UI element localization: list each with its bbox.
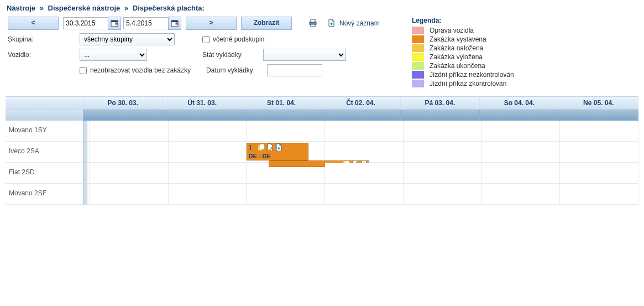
unload-country-select[interactable] bbox=[263, 49, 346, 61]
order-index: 1 bbox=[248, 144, 252, 151]
planner-row: Fiat 2SD bbox=[6, 163, 638, 184]
prev-button[interactable]: < bbox=[8, 17, 59, 30]
date-from-picker[interactable] bbox=[108, 17, 121, 30]
doc-icon[interactable] bbox=[275, 143, 282, 151]
date-from-input[interactable] bbox=[63, 17, 108, 29]
planner-grid: Po 30. 03.Út 31. 03.St 01. 04.Čt 02. 04.… bbox=[6, 96, 638, 205]
day-cell[interactable] bbox=[169, 184, 247, 205]
day-cell[interactable] bbox=[560, 163, 638, 184]
legend-item: Oprava vozidla bbox=[412, 27, 514, 34]
legend-label: Jízdní příkaz zkontrolován bbox=[430, 80, 506, 87]
new-record-link[interactable]: Nový záznam bbox=[327, 19, 380, 28]
hide-empty-label: nezobrazovat vozidla bez zakázky bbox=[90, 66, 191, 74]
vehicle-label: Vozidlo: bbox=[6, 51, 80, 59]
day-cell[interactable] bbox=[404, 121, 482, 142]
next-button[interactable]: > bbox=[186, 17, 237, 30]
vehicle-select[interactable]: ... bbox=[80, 49, 147, 61]
legend-swatch bbox=[412, 35, 424, 43]
legend-item: Jízdní příkaz zkontrolován bbox=[412, 80, 514, 87]
order-route: DE - DE bbox=[248, 153, 270, 159]
day-cell[interactable] bbox=[325, 163, 404, 184]
print-button[interactable] bbox=[308, 19, 317, 28]
legend-item: Jízdní příkaz nezkontrolován bbox=[412, 71, 514, 79]
day-cell[interactable]: 1DE - DE bbox=[247, 142, 325, 163]
day-cell[interactable] bbox=[560, 121, 638, 142]
crumb-dispatch-tools[interactable]: Dispečerské nástroje bbox=[48, 4, 121, 12]
vehicle-cell: Movano 2SF bbox=[6, 184, 90, 205]
day-cell[interactable] bbox=[325, 142, 404, 163]
day-header: Čt 02. 04. bbox=[321, 96, 400, 110]
show-button[interactable]: Zobrazit bbox=[241, 17, 292, 30]
calendar-icon bbox=[111, 19, 118, 27]
day-cell[interactable] bbox=[247, 121, 325, 142]
hide-empty-checkbox[interactable] bbox=[80, 67, 87, 74]
day-cell[interactable] bbox=[404, 184, 482, 205]
planner-row: Iveco 2SA1DE - DE bbox=[6, 142, 638, 163]
planner-row: Movano 1SY bbox=[6, 121, 638, 142]
group-label: Skupina: bbox=[6, 35, 80, 43]
legend-item: Zakázka ukončena bbox=[412, 62, 514, 70]
day-cell[interactable] bbox=[482, 121, 561, 142]
day-cell[interactable] bbox=[482, 142, 561, 163]
day-cell[interactable] bbox=[404, 163, 482, 184]
new-record-label: Nový záznam bbox=[339, 19, 380, 27]
unload-date-input[interactable] bbox=[267, 64, 322, 76]
crumb-tools[interactable]: Nástroje bbox=[7, 4, 35, 12]
day-header: St 01. 04. bbox=[242, 96, 321, 110]
order-bar[interactable]: 1DE - DE bbox=[247, 143, 308, 160]
day-cell[interactable] bbox=[404, 142, 482, 163]
legend-label: Zakázka vystavena bbox=[430, 35, 486, 43]
date-to-input[interactable] bbox=[123, 17, 169, 29]
day-cell[interactable] bbox=[247, 163, 325, 184]
day-cell[interactable] bbox=[560, 184, 638, 205]
day-cell[interactable] bbox=[169, 121, 247, 142]
legend-swatch bbox=[412, 62, 424, 70]
legend-item: Zakázka vyložena bbox=[412, 53, 514, 61]
legend-swatch bbox=[412, 71, 424, 79]
legend-swatch bbox=[412, 44, 424, 52]
new-doc-icon bbox=[327, 19, 336, 28]
header-vehicle-col bbox=[6, 96, 83, 110]
unload-country-label: Stát vykládky bbox=[202, 51, 263, 59]
day-cell[interactable] bbox=[169, 142, 247, 163]
include-subgroups-label: včetně podskupin bbox=[213, 35, 264, 43]
planner-row: Movano 2SF bbox=[6, 184, 638, 205]
day-header: Ne 05. 04. bbox=[559, 96, 638, 110]
legend-label: Jízdní příkaz nezkontrolován bbox=[430, 71, 514, 79]
legend-label: Oprava vozidla bbox=[430, 27, 474, 34]
day-cell[interactable] bbox=[325, 121, 404, 142]
crumb-current: Dispečerská plachta: bbox=[133, 4, 205, 12]
breadcrumb: Nástroje » Dispečerské nástroje » Dispeč… bbox=[6, 3, 644, 17]
unload-date-label: Datum vykládky bbox=[206, 66, 267, 74]
legend-swatch bbox=[412, 27, 424, 34]
day-cell[interactable] bbox=[90, 184, 169, 205]
legend-item: Zakázka vystavena bbox=[412, 35, 514, 43]
day-cell[interactable] bbox=[482, 184, 561, 205]
legend-label: Zakázka naložena bbox=[430, 44, 483, 52]
include-subgroups-checkbox[interactable] bbox=[202, 36, 210, 43]
day-cell[interactable] bbox=[560, 142, 638, 163]
day-header: Út 31. 03. bbox=[163, 96, 242, 110]
day-header: So 04. 04. bbox=[480, 96, 559, 110]
day-cell[interactable] bbox=[90, 163, 169, 184]
legend-swatch bbox=[412, 53, 424, 61]
day-cell[interactable] bbox=[169, 163, 247, 184]
day-header: Pá 03. 04. bbox=[401, 96, 480, 110]
vehicle-cell: Movano 1SY bbox=[6, 121, 90, 142]
day-cell[interactable] bbox=[325, 184, 404, 205]
legend-item: Zakázka naložena bbox=[412, 44, 514, 52]
group-select[interactable]: všechny skupiny bbox=[80, 33, 175, 45]
legend-label: Zakázka ukončena bbox=[430, 62, 485, 70]
legend-label: Zakázka vyložena bbox=[430, 53, 483, 61]
day-cell[interactable] bbox=[482, 163, 561, 184]
legend-swatch bbox=[412, 80, 424, 87]
copy-icon[interactable] bbox=[257, 143, 265, 151]
day-cell[interactable] bbox=[90, 142, 169, 163]
day-cell[interactable] bbox=[90, 121, 169, 142]
vehicle-cell: Iveco 2SA bbox=[6, 142, 90, 163]
legend: Legenda: Oprava vozidlaZakázka vystavena… bbox=[412, 17, 514, 89]
date-to-picker[interactable] bbox=[168, 17, 181, 30]
edit-icon[interactable] bbox=[266, 143, 274, 151]
day-cell[interactable] bbox=[247, 184, 325, 205]
print-icon bbox=[308, 19, 317, 28]
